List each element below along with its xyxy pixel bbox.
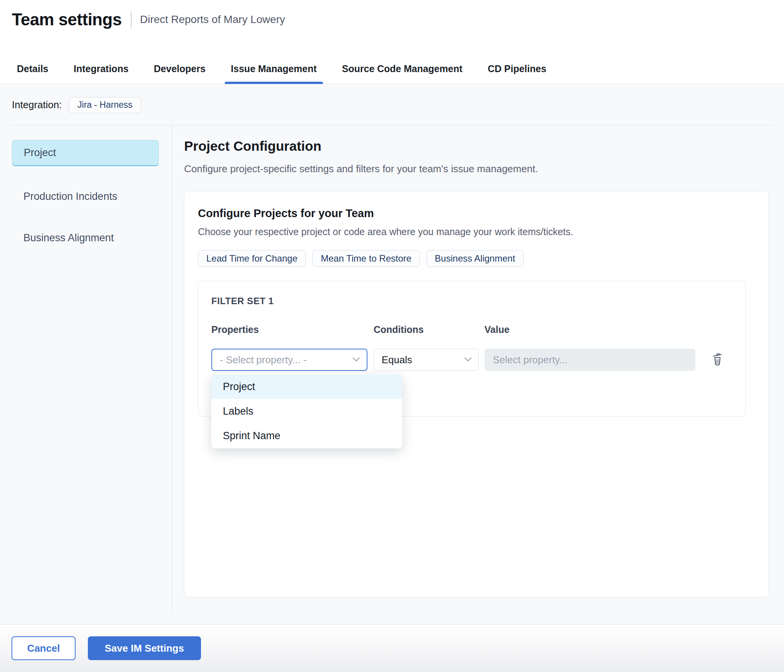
tab-developers[interactable]: Developers	[148, 54, 212, 84]
chip-business-alignment[interactable]: Business Alignment	[427, 250, 524, 267]
trash-icon	[711, 351, 724, 367]
dropdown-option-sprint-name[interactable]: Sprint Name	[211, 423, 402, 448]
integration-row: Integration: Jira - Harness	[0, 84, 784, 125]
conditions-select[interactable]: Equals	[374, 349, 479, 371]
content-region: Integration: Jira - Harness Project Prod…	[0, 84, 784, 624]
filter-set-title: FILTER SET 1	[211, 296, 274, 306]
footer-action-bar: Cancel Save IM Settings	[0, 624, 784, 672]
tab-source-code-management-label: Source Code Management	[342, 63, 463, 74]
header: Team settings Direct Reports of Mary Low…	[0, 0, 784, 84]
save-im-settings-button[interactable]: Save IM Settings	[88, 636, 201, 660]
tab-cd-pipelines-label: CD Pipelines	[488, 63, 547, 74]
tab-issue-management-label: Issue Management	[231, 63, 317, 74]
dropdown-option-labels[interactable]: Labels	[211, 399, 402, 423]
chevron-down-icon	[352, 356, 360, 363]
chip-mean-time-to-restore[interactable]: Mean Time to Restore	[312, 250, 420, 267]
team-settings-page: Team settings Direct Reports of Mary Low…	[0, 0, 784, 672]
tab-source-code-management[interactable]: Source Code Management	[336, 54, 469, 84]
sidebar: Project Production Incidents Business Al…	[0, 125, 171, 624]
integration-label: Integration:	[12, 99, 62, 111]
delete-filter-button[interactable]	[710, 350, 725, 368]
chip-lead-time-for-change[interactable]: Lead Time for Change	[198, 250, 306, 267]
title-row: Team settings Direct Reports of Mary Low…	[12, 10, 285, 29]
chevron-down-icon	[464, 356, 472, 363]
configure-projects-card: Configure Projects for your Team Choose …	[184, 191, 769, 597]
main-panel: Project Configuration Configure project-…	[172, 125, 784, 624]
tab-integrations[interactable]: Integrations	[68, 54, 135, 84]
sidebar-item-business-alignment[interactable]: Business Alignment	[12, 229, 159, 247]
tab-issue-management[interactable]: Issue Management	[225, 54, 323, 84]
card-title: Configure Projects for your Team	[198, 207, 374, 220]
column-label-value: Value	[484, 324, 509, 335]
sidebar-item-production-incidents[interactable]: Production Incidents	[12, 188, 159, 205]
tab-details[interactable]: Details	[11, 54, 54, 84]
filter-set-panel: FILTER SET 1 Properties Conditions Value…	[198, 281, 746, 417]
sidebar-item-project[interactable]: Project	[12, 140, 159, 166]
card-subtitle: Choose your respective project or code a…	[198, 226, 573, 237]
tab-integrations-label: Integrations	[74, 63, 128, 74]
sidebar-item-business-alignment-label: Business Alignment	[23, 232, 114, 244]
section-title: Project Configuration	[184, 138, 321, 154]
page-title: Team settings	[12, 10, 122, 29]
section-subtitle: Configure project-specific settings and …	[184, 163, 538, 175]
page-subtitle: Direct Reports of Mary Lowery	[140, 13, 285, 26]
sidebar-item-project-label: Project	[24, 147, 56, 159]
cancel-button[interactable]: Cancel	[12, 636, 76, 660]
title-separator	[131, 12, 132, 28]
value-input[interactable]	[484, 349, 695, 371]
tab-developers-label: Developers	[154, 63, 206, 74]
integration-chip[interactable]: Jira - Harness	[69, 97, 141, 113]
properties-dropdown: Project Labels Sprint Name	[211, 374, 402, 448]
column-label-properties: Properties	[211, 324, 259, 335]
sidebar-item-production-incidents-label: Production Incidents	[23, 191, 117, 203]
tab-active-underline	[225, 82, 323, 84]
dropdown-option-project[interactable]: Project	[211, 374, 402, 399]
conditions-select-value: Equals	[374, 354, 412, 366]
tab-cd-pipelines[interactable]: CD Pipelines	[482, 54, 553, 84]
properties-select[interactable]: - Select property... -	[211, 349, 367, 371]
properties-select-placeholder: - Select property... -	[212, 354, 306, 366]
tab-details-label: Details	[17, 63, 48, 74]
column-label-conditions: Conditions	[374, 324, 424, 335]
metric-chip-row: Lead Time for Change Mean Time to Restor…	[198, 250, 524, 267]
tab-bar: Details Integrations Developers Issue Ma…	[11, 54, 552, 84]
